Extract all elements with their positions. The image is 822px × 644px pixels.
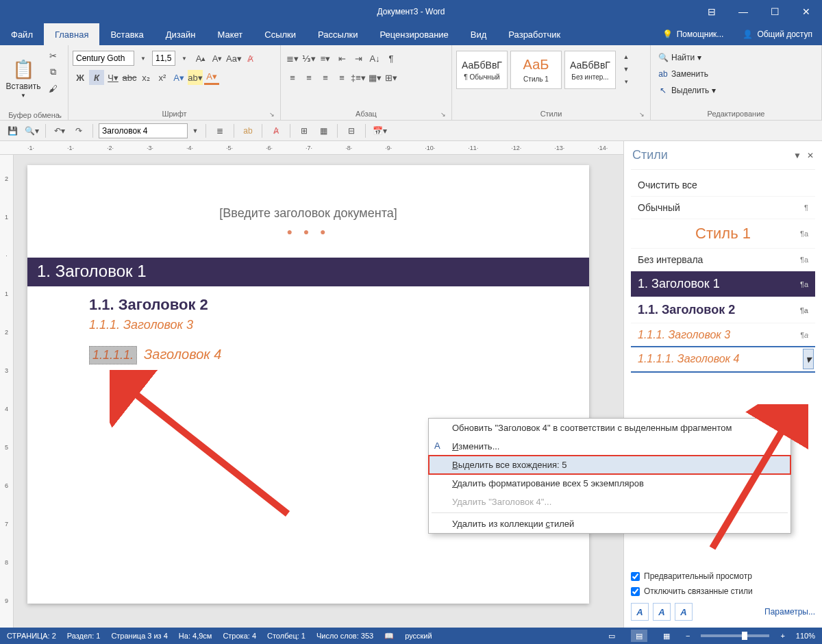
styles-options-link[interactable]: Параметры... [764, 607, 815, 617]
zoom-level[interactable]: 110% [796, 632, 815, 640]
style-heading-2[interactable]: 1.1. Заголовок 2¶a [631, 297, 815, 323]
style-heading-1[interactable]: 1. Заголовок 1¶a [631, 271, 815, 297]
text-effects-button[interactable]: A▾ [171, 70, 186, 85]
font-color-button[interactable]: A▾ [204, 70, 219, 85]
ctx-select-all-instances[interactable]: Выделить все вхождения: 5 [429, 456, 790, 474]
tab-layout[interactable]: Макет [206, 23, 253, 45]
align-center-button[interactable]: ≡ [301, 70, 316, 85]
tab-review[interactable]: Рецензирование [369, 23, 459, 45]
style-normal[interactable]: Обычный¶ [631, 197, 815, 219]
style-gallery-more-icon[interactable]: ▾ [619, 75, 634, 88]
numbering-button[interactable]: ⅓▾ [301, 51, 316, 66]
qat-table2-button[interactable]: ▦ [315, 123, 332, 139]
style-style1[interactable]: Стиль 1¶a [631, 219, 815, 249]
highlight-button[interactable]: ab▾ [188, 70, 203, 85]
tab-references[interactable]: Ссылки [253, 23, 307, 45]
style-selector-dropdown-icon[interactable]: ▼ [190, 123, 200, 139]
decrease-indent-button[interactable]: ⇤ [334, 51, 349, 66]
style-gallery-item-nointerval[interactable]: АаБбВвГ Без интер... [564, 51, 616, 89]
tell-me[interactable]: 💡Помощник... [653, 23, 734, 45]
ctx-modify[interactable]: AИзменить... [429, 437, 790, 456]
qat-clear-button[interactable]: A̷ [268, 123, 284, 139]
subscript-button[interactable]: x₂ [138, 70, 153, 85]
increase-indent-button[interactable]: ⇥ [351, 51, 366, 66]
share-button[interactable]: 👤Общий доступ [733, 23, 822, 45]
manage-styles-button[interactable]: A [675, 603, 693, 621]
show-marks-button[interactable]: ¶ [384, 51, 399, 66]
ctx-remove-formatting[interactable]: Удалить форматирование всех 5 экземпляро… [429, 474, 790, 493]
select-button[interactable]: ↖Выделить ▾ [655, 84, 719, 97]
tab-design[interactable]: Дизайн [155, 23, 207, 45]
tab-view[interactable]: Вид [460, 23, 498, 45]
underline-button[interactable]: Ч▾ [105, 70, 121, 85]
change-case-button[interactable]: Aa▾ [226, 51, 242, 66]
style-nointerval[interactable]: Без интервала¶a [631, 249, 815, 271]
style-inspector-button[interactable]: A [653, 603, 671, 621]
status-page[interactable]: СТРАНИЦА: 2 [7, 632, 56, 640]
clipboard-dialog-icon[interactable]: ↘ [57, 112, 62, 119]
zoom-in-button[interactable]: + [780, 632, 784, 640]
style-heading-4-selected[interactable]: 1.1.1.1. Заголовок 4 ▾ [631, 347, 815, 371]
bullets-button[interactable]: ≣▾ [285, 51, 300, 66]
tab-file[interactable]: Файл [0, 23, 44, 45]
style-clear-all[interactable]: Очистить все [631, 174, 815, 197]
view-print-button[interactable]: ▤ [631, 630, 647, 642]
save-button[interactable]: 💾 [4, 123, 21, 139]
status-at[interactable]: На: 4,9см [179, 632, 212, 640]
vertical-ruler[interactable]: 21·12345678910 [0, 155, 14, 628]
bold-button[interactable]: Ж [73, 70, 88, 85]
align-left-button[interactable]: ≡ [285, 70, 300, 85]
line-spacing-button[interactable]: ‡≡▾ [351, 70, 366, 85]
font-size-input[interactable] [152, 51, 175, 66]
disable-linked-checkbox[interactable]: Отключить связанные стили [631, 584, 815, 599]
paragraph-dialog-icon[interactable]: ↘ [440, 111, 446, 118]
italic-button[interactable]: К [89, 70, 104, 85]
doc-heading-4[interactable]: 1.1.1.1. Заголовок 4 [89, 346, 527, 364]
horizontal-ruler[interactable]: ·1··1··2··3··4··5··6··7··8··9··10··11··1… [0, 141, 623, 155]
style-heading-3[interactable]: 1.1.1. Заголовок 3¶a [631, 323, 815, 347]
qat-grid-button[interactable]: ⊟ [343, 123, 360, 139]
styles-pane-close-icon[interactable]: ✕ [807, 151, 814, 160]
multilevel-button[interactable]: ≡▾ [318, 51, 333, 66]
justify-button[interactable]: ≡ [334, 70, 349, 85]
status-spellcheck-icon[interactable]: 📖 [384, 632, 394, 641]
tab-developer[interactable]: Разработчик [497, 23, 571, 45]
status-language[interactable]: русский [405, 632, 432, 640]
superscript-button[interactable]: x² [155, 70, 170, 85]
copy-button[interactable]: ⧉ [45, 64, 60, 79]
preview-checkbox[interactable]: Предварительный просмотр [631, 569, 815, 584]
cut-button[interactable]: ✂ [45, 48, 60, 63]
preview-button[interactable]: 🔍▾ [23, 123, 40, 139]
doc-heading-3[interactable]: 1.1.1. Заголовок 3 [89, 318, 527, 332]
sort-button[interactable]: A↓ [367, 51, 382, 66]
replace-button[interactable]: abЗаменить [655, 67, 711, 81]
tab-insert[interactable]: Вставка [99, 23, 154, 45]
tab-mailings[interactable]: Рассылки [307, 23, 369, 45]
document-page[interactable]: [Введите заголовок документа] ● ● ● 1. З… [27, 165, 589, 604]
font-dialog-icon[interactable]: ↘ [269, 111, 275, 118]
format-painter-button[interactable]: 🖌 [45, 81, 60, 96]
undo-button[interactable]: ↶▾ [51, 123, 68, 139]
style-gallery-item-normal[interactable]: АаБбВвГ ¶ Обычный [456, 51, 508, 89]
font-name-dropdown-icon[interactable]: ▼ [136, 51, 151, 66]
tab-home[interactable]: Главная [44, 23, 99, 45]
strike-button[interactable]: abc [122, 70, 137, 85]
qat-calendar-button[interactable]: 📅▾ [371, 123, 388, 139]
align-right-button[interactable]: ≡ [318, 70, 333, 85]
font-size-dropdown-icon[interactable]: ▼ [177, 51, 192, 66]
paste-button[interactable]: 📋 Вставить ▼ [4, 48, 42, 110]
shrink-font-button[interactable]: A▾ [210, 51, 225, 66]
zoom-out-button[interactable]: − [686, 632, 690, 640]
clear-formatting-button[interactable]: A̷ [243, 51, 258, 66]
status-section[interactable]: Раздел: 1 [67, 632, 101, 640]
redo-button[interactable]: ↷ [71, 123, 87, 139]
styles-pane-dropdown-icon[interactable]: ▼ [793, 151, 801, 160]
status-page-of[interactable]: Страница 3 из 4 [111, 632, 167, 640]
status-word-count[interactable]: Число слов: 353 [316, 632, 373, 640]
doc-title-placeholder[interactable]: [Введите заголовок документа] [89, 206, 527, 221]
shading-button[interactable]: ▦▾ [367, 70, 382, 85]
zoom-slider[interactable] [701, 634, 769, 637]
doc-heading-1[interactable]: 1. Заголовок 1 [27, 258, 589, 286]
style-gallery-item-style1[interactable]: АаБ Стиль 1 [510, 51, 562, 89]
borders-button[interactable]: ⊞▾ [384, 70, 399, 85]
